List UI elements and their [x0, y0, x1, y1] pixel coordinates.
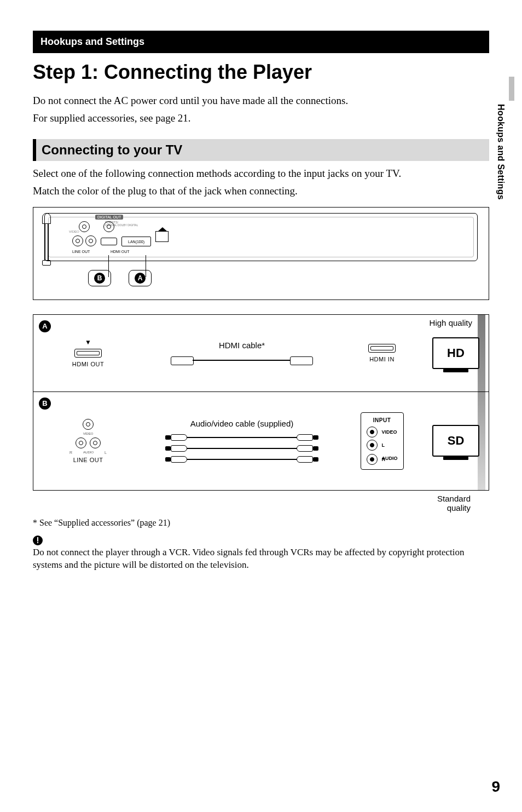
hdmi-out-port-label: HDMI OUT	[72, 361, 104, 367]
connection-row-a: A High quality ▼ HDMI OUT HDMI cable* HD…	[33, 315, 489, 391]
row-a-right: HDMI IN	[341, 315, 423, 391]
video-tiny-label: VIDEO	[83, 432, 94, 435]
video-port-col	[72, 221, 96, 246]
hdmi-cable-label: HDMI cable*	[219, 341, 265, 350]
audio-l-jack	[85, 235, 96, 246]
subheading-wrap: Connecting to your TV	[33, 139, 489, 161]
hdmi-out-icon: ▼ HDMI OUT	[72, 339, 104, 367]
section-header-bar: Hookups and Settings	[33, 31, 489, 53]
standard-quality-label: Standardquality	[33, 494, 489, 512]
in-video-lbl: VIDEO	[382, 429, 397, 435]
l-label: L	[105, 451, 107, 454]
video-out-jack	[83, 419, 94, 430]
hdmi-out-label: HDMI OUT	[111, 250, 130, 254]
line-out-label: LINE OUT	[72, 250, 90, 254]
page-title: Step 1: Connecting the Player	[33, 61, 489, 84]
side-tab-mark	[509, 77, 514, 101]
connection-table: A High quality ▼ HDMI OUT HDMI cable* HD…	[33, 314, 489, 491]
section-header-text: Hookups and Settings	[40, 36, 144, 47]
digital-out-label: DIGITAL OUT	[95, 215, 123, 220]
r-label: R	[69, 451, 72, 454]
coaxial-jack	[103, 221, 114, 232]
caution-block: Do not connect the player through a VCR.…	[33, 528, 489, 572]
hdmi-slot-icon	[74, 349, 102, 358]
arrow-down-icon: ▼	[85, 339, 91, 345]
tv-hd-icon: HD	[432, 337, 479, 369]
side-tab-label: Hookups and Settings	[496, 104, 506, 200]
hdmi-in-label: HDMI IN	[369, 356, 395, 362]
intro-line-2: For supplied accessories, see page 21.	[33, 111, 489, 125]
rear-panel-diagram: DIGITAL OUT PCM/DTS/COAXIAL DOLBY DIGITA…	[33, 207, 489, 300]
audio-r-jack	[72, 235, 83, 246]
video-jack	[79, 221, 90, 232]
audio-l-out-jack	[90, 437, 101, 448]
coax-col	[101, 221, 117, 245]
tv-input-box: INPUT VIDEO L AUDIO R	[361, 412, 404, 470]
audio-r-out-jack	[76, 437, 86, 448]
lan-col: LAN(100)	[121, 235, 151, 246]
caution-icon	[33, 535, 43, 545]
connection-row-b: B VIDEO R AUDIO L LINE OUT	[33, 391, 489, 490]
input-header: INPUT	[373, 417, 391, 423]
page: Hookups and Settings Hookups and Setting…	[0, 0, 522, 812]
in-r-lbl: R	[382, 457, 386, 462]
callout-a: A	[129, 270, 152, 286]
audio-tiny-label: AUDIO	[83, 451, 94, 454]
line-out-port-label: LINE OUT	[73, 457, 103, 463]
av-cable-label: Audio/video cable (supplied)	[190, 419, 293, 428]
intro-line-1: Do not connect the AC power cord until y…	[33, 94, 489, 108]
callouts: B A	[88, 270, 152, 286]
row-b-quality: SD	[423, 392, 489, 490]
footnote: * See “Supplied accessories” (page 21)	[33, 518, 489, 528]
page-number: 9	[491, 778, 500, 796]
ports-cluster: LAN(100)	[72, 221, 169, 246]
rear-device-outline: DIGITAL OUT PCM/DTS/COAXIAL DOLBY DIGITA…	[44, 213, 478, 261]
caution-text: Do not connect the player through a VCR.…	[33, 546, 489, 572]
hdmi-port-icon	[101, 238, 117, 245]
hdmi-in-slot-icon	[368, 344, 396, 353]
in-l-lbl: L	[382, 442, 385, 448]
power-cord-icon	[41, 213, 52, 268]
row-a-quality: HD	[423, 315, 489, 391]
hdmi-in-icon: HDMI IN	[368, 344, 396, 362]
badge-b: B	[94, 273, 105, 284]
house-icon	[155, 231, 169, 242]
row-a-badge: A	[39, 320, 51, 332]
sub-body-2: Match the color of the plug to that of t…	[33, 184, 489, 198]
tv-sd-icon: SD	[432, 425, 479, 457]
row-b-mid: Audio/video cable (supplied)	[143, 392, 341, 490]
row-b-badge: B	[39, 398, 51, 410]
lan-port: LAN(100)	[121, 237, 151, 246]
row-b-right: INPUT VIDEO L AUDIO R	[341, 392, 423, 490]
callout-b: B	[88, 270, 111, 286]
in-r-jack2	[367, 454, 378, 465]
av-cable-icon	[171, 434, 313, 463]
subheading: Connecting to your TV	[33, 139, 489, 161]
in-l-jack	[367, 440, 378, 451]
in-video-jack	[367, 427, 378, 437]
lineout-icon: VIDEO R AUDIO L LINE OUT	[69, 419, 107, 463]
badge-a: A	[135, 273, 146, 284]
sub-body-1: Select one of the following connection m…	[33, 166, 489, 181]
house-col	[155, 230, 169, 242]
row-a-mid: HDMI cable*	[143, 315, 341, 391]
hdmi-cable-icon	[171, 355, 313, 365]
